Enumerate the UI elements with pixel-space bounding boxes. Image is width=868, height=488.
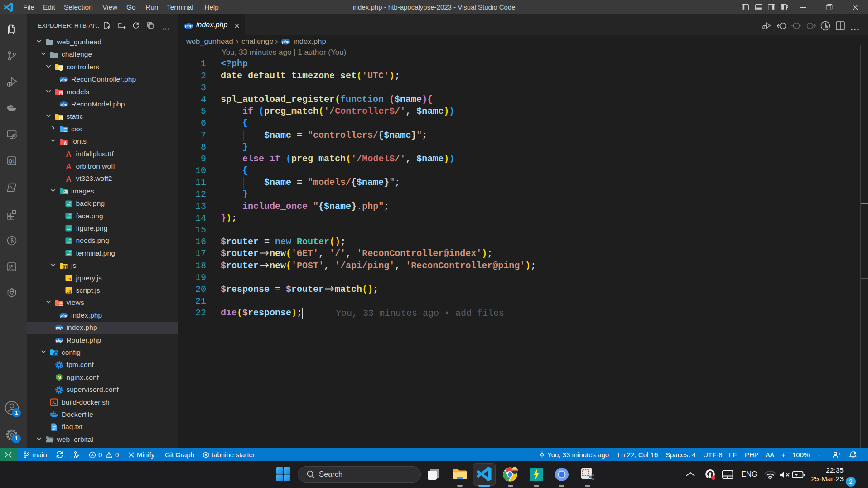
svg-text:A: A — [66, 150, 71, 159]
svg-text:A: A — [66, 162, 71, 171]
svg-text:<>: <> — [59, 302, 63, 306]
svg-text:QL: QL — [8, 159, 15, 164]
svg-text:Agent: Agent — [8, 268, 16, 271]
svg-text:php: php — [55, 338, 63, 342]
svg-text:php: php — [60, 102, 67, 106]
svg-text:php: php — [60, 313, 67, 317]
svg-text:php: php — [60, 77, 67, 82]
svg-text:N: N — [57, 375, 61, 380]
svg-text:JS: JS — [66, 277, 71, 281]
svg-text:php: php — [282, 39, 289, 44]
svg-text:php: php — [55, 326, 63, 330]
svg-text:JS: JS — [63, 265, 68, 269]
svg-text:JS: JS — [66, 289, 71, 294]
svg-text:A: A — [63, 141, 67, 145]
svg-text:A: A — [66, 174, 71, 183]
svg-text:php: php — [185, 24, 193, 28]
